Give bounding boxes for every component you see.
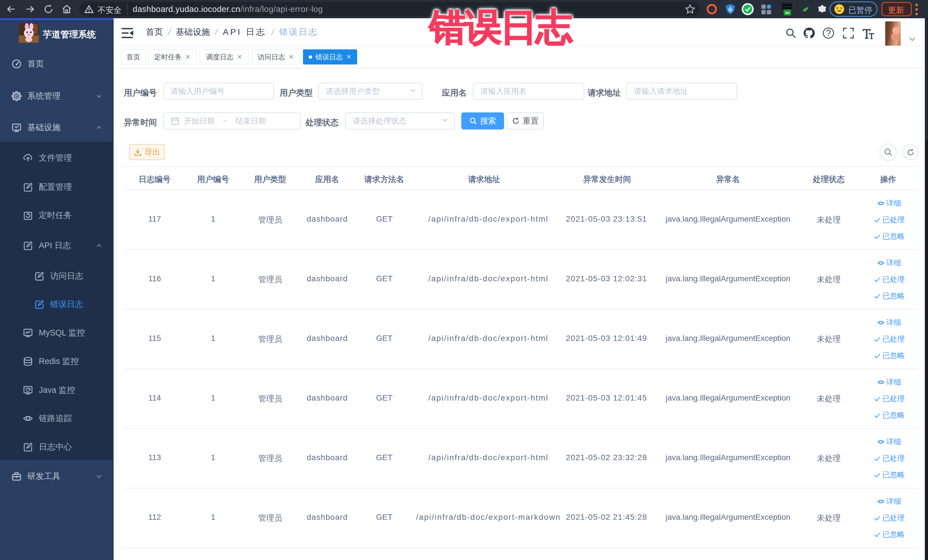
- svg-text:on: on: [785, 11, 790, 15]
